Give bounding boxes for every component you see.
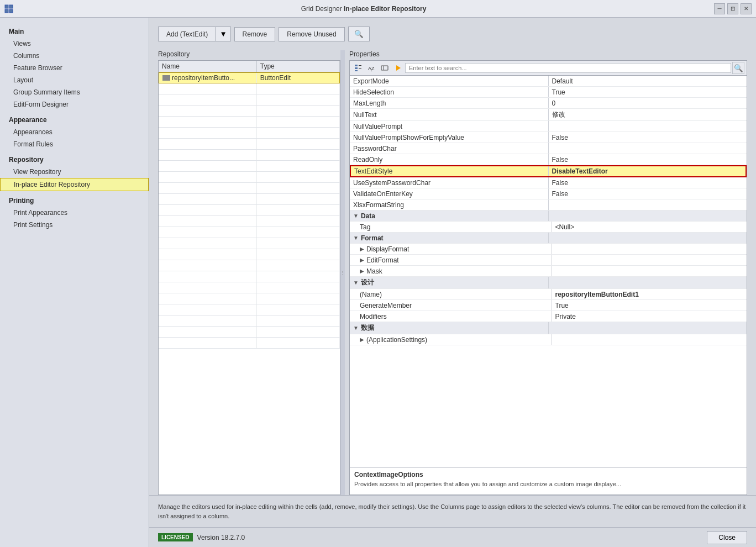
remove-unused-button[interactable]: Remove Unused [279,27,344,41]
close-button[interactable]: Close [707,531,747,544]
props-row-validateonenter: ValidateOnEnterKey False [350,188,747,199]
props-search-btn[interactable]: 🔍 [732,62,744,74]
table-row [159,227,340,238]
props-row-exportmode: ExportMode Default [350,76,747,87]
license-badge: LICENSED [158,533,193,541]
props-value-name[interactable]: repositoryItemButtonEdit1 [552,289,747,299]
props-row-displayformat: ▶DisplayFormat [350,244,747,255]
format-section-toggle[interactable]: ▼ [353,235,359,241]
sidebar-item-appearances[interactable]: Appearances [0,126,149,138]
props-section-design: ▼设计 [350,277,747,289]
props-row-appsettings: ▶(ApplicationSettings) [350,334,747,345]
svg-rect-5 [355,67,358,69]
splitter-handle: ⋮ [340,270,345,275]
props-row-editformat: ▶EditFormat [350,255,747,266]
props-value-maxlength[interactable]: 0 [549,98,747,108]
sidebar-item-feature-browser[interactable]: Feature Browser [0,62,149,74]
props-value-usesystem[interactable]: False [549,177,747,188]
table-row [159,117,340,128]
props-events-btn[interactable] [392,62,404,73]
props-value-displayformat[interactable] [552,244,747,254]
sidebar-section-main: Main [0,22,149,38]
repo-col-type: Type [257,61,340,72]
editformat-expand[interactable]: ▶ [360,257,364,263]
app-icon [4,4,13,13]
props-name-readonly: ReadOnly [350,154,549,165]
appsettings-expand[interactable]: ▶ [360,336,364,343]
shuju-section-toggle[interactable]: ▼ [353,325,359,331]
props-name-mask: ▶Mask [350,266,552,276]
properties-panel: Properties AZ [349,50,747,495]
table-row [159,183,340,194]
sidebar-item-group-summary[interactable]: Group Summary Items [0,86,149,98]
panel-splitter[interactable]: ⋮ [340,50,345,495]
table-row [159,139,340,150]
mask-expand[interactable]: ▶ [360,268,364,274]
sidebar-item-inplace-editor[interactable]: In-place Editor Repository [0,178,149,191]
props-table-wrapper: ExportMode Default HideSelection True Ma… [349,75,747,467]
props-value-generatemember[interactable]: True [552,300,747,311]
categorized-icon [354,64,362,72]
props-value-readonly[interactable]: False [549,154,747,165]
table-row [159,106,340,117]
props-value-hideselection[interactable]: True [549,87,747,97]
sidebar-item-print-settings[interactable]: Print Settings [0,219,149,231]
props-name-editformat: ▶EditFormat [350,255,552,265]
design-section-toggle[interactable]: ▼ [353,280,359,286]
table-row [159,194,340,205]
version-text: Version 18.2.7.0 [197,534,245,541]
sidebar-item-columns[interactable]: Columns [0,50,149,62]
props-value-appsettings[interactable] [552,334,747,345]
props-value-modifiers[interactable]: Private [552,311,747,322]
props-search-input[interactable] [405,63,731,73]
table-row [159,338,340,349]
displayformat-expand[interactable]: ▶ [360,246,364,252]
sidebar-item-views[interactable]: Views [0,38,149,50]
props-name-tag: Tag [350,222,552,232]
table-row [159,304,340,315]
props-value-nullvalueprompt[interactable] [549,121,747,132]
props-value-xlsxformat[interactable] [549,199,747,210]
props-value-exportmode[interactable]: Default [549,76,747,86]
sidebar-item-view-repository[interactable]: View Repository [0,166,149,178]
props-row-nullvaluepromptshow: NullValuePromptShowForEmptyValue False [350,132,747,143]
repository-label: Repository [158,50,340,58]
props-value-passwordchar[interactable] [549,143,747,154]
sidebar-item-layout[interactable]: Layout [0,74,149,86]
props-value-nullvaluepromptshow[interactable]: False [549,132,747,143]
props-row-hideselection: HideSelection True [350,87,747,98]
sidebar-item-format-rules[interactable]: Format Rules [0,138,149,150]
repo-col-name: Name [159,61,257,72]
props-value-mask[interactable] [552,266,747,276]
props-desc-title: ContextImageOptions [354,471,742,478]
props-row-nullvalueprompt: NullValuePrompt [350,121,747,132]
sidebar-item-editform[interactable]: EditForm Designer [0,98,149,111]
data-section-toggle[interactable]: ▼ [353,213,359,219]
props-value-validateonenter[interactable]: False [549,188,747,199]
props-alphabetical-btn[interactable]: AZ ↓ [365,62,377,73]
svg-rect-11 [381,66,388,70]
remove-button[interactable]: Remove [234,27,276,41]
props-value-texteditstyle[interactable]: DisableTextEditor [549,166,746,176]
repo-cell-name: repositoryItemButto... [159,73,257,83]
close-button[interactable]: ✕ [741,3,752,14]
props-toolbar: AZ ↓ [349,60,747,75]
search-button[interactable]: 🔍 [348,27,370,41]
props-name-nullvalueprompt: NullValuePrompt [350,121,549,132]
footer: LICENSED Version 18.2.7.0 Close [149,527,756,547]
svg-rect-1 [9,5,13,8]
props-categorized-btn[interactable] [352,62,364,73]
add-dropdown-arrow[interactable]: ▼ [216,27,230,41]
props-row-maxlength: MaxLength 0 [350,98,747,109]
props-value-nulltext[interactable]: 修改 [549,109,747,120]
add-button-group: Add (TextEdit) ▼ [158,27,231,41]
sidebar-item-print-appearances[interactable]: Print Appearances [0,207,149,219]
props-properties-btn[interactable] [379,62,391,73]
add-textedit-button[interactable]: Add (TextEdit) [158,27,216,41]
props-value-tag[interactable]: <Null> [552,222,747,232]
grid-app-icon [4,4,13,13]
props-value-editformat[interactable] [552,255,747,265]
repo-row-selected[interactable]: repositoryItemButto... ButtonEdit [159,72,340,83]
minimize-button[interactable]: ─ [714,3,725,14]
restore-button[interactable]: ⊡ [727,3,738,14]
